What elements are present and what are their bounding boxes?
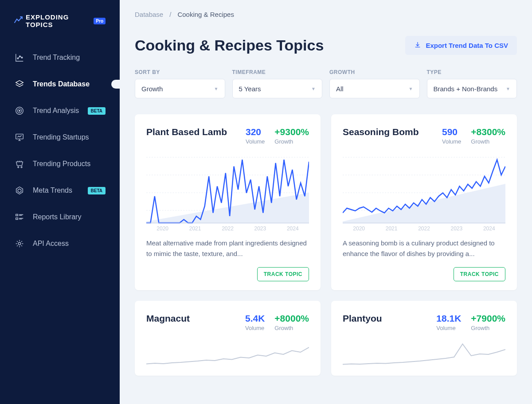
sidebar: EXPLODING TOPICS Pro Trend Tracking Tren… xyxy=(0,0,120,404)
breadcrumb-current: Cooking & Recipes xyxy=(177,11,234,18)
export-label: Export Trend Data To CSV xyxy=(426,42,508,49)
breadcrumb: Database / Cooking & Recipes xyxy=(135,11,517,18)
trend-chart: 20202021202220232024 xyxy=(146,153,309,233)
chart-x-axis: 20202021202220232024 xyxy=(343,225,505,232)
logo[interactable]: EXPLODING TOPICS Pro xyxy=(0,13,120,44)
logo-icon xyxy=(14,16,23,25)
growth-value: +7900% xyxy=(471,313,505,324)
list-icon xyxy=(14,212,25,222)
presentation-icon xyxy=(14,132,25,143)
sidebar-item-reports-library[interactable]: Reports Library xyxy=(0,204,120,230)
topic-card[interactable]: Plant Based Lamb 320Volume +9300%Growth … xyxy=(135,114,321,290)
svg-point-5 xyxy=(19,110,20,112)
filter-label-sortby: SORT BY xyxy=(135,69,225,75)
volume-value: 590 xyxy=(442,127,461,137)
sidebar-item-label: Trending Products xyxy=(33,159,106,169)
target-icon xyxy=(14,105,25,116)
chevron-down-icon: ▼ xyxy=(409,86,413,91)
sidebar-item-trending-startups[interactable]: Trending Startups xyxy=(0,124,120,151)
growth-label: Growth xyxy=(471,325,505,331)
api-icon xyxy=(14,238,25,249)
growth-label: Growth xyxy=(274,325,309,331)
timeframe-select[interactable]: 5 Years▼ xyxy=(232,79,323,98)
card-description: A seasoning bomb is a culinary product d… xyxy=(343,238,505,259)
track-topic-button[interactable]: TRACK TOPIC xyxy=(257,267,309,281)
trend-chart xyxy=(343,339,505,366)
svg-rect-10 xyxy=(16,218,18,220)
chevron-down-icon: ▼ xyxy=(214,86,219,91)
chevron-down-icon: ▼ xyxy=(506,86,510,91)
download-icon xyxy=(414,41,421,50)
trend-chart: 20202021202220232024 xyxy=(343,153,505,233)
sidebar-item-label: Trend Tracking xyxy=(33,53,106,62)
sidebar-item-trends-database[interactable]: Trends Database xyxy=(0,71,120,97)
sidebar-item-trend-analysis[interactable]: Trend Analysis BETA xyxy=(0,97,120,124)
growth-value: +8300% xyxy=(471,127,505,137)
topic-card[interactable]: Plantyou 18.1KVolume +7900%Growth xyxy=(331,301,517,376)
volume-label: Volume xyxy=(245,325,265,331)
growth-select[interactable]: All▼ xyxy=(329,79,420,98)
sortby-select[interactable]: Growth▼ xyxy=(135,79,225,98)
sidebar-item-trend-tracking[interactable]: Trend Tracking xyxy=(0,44,120,71)
chart-x-axis: 20202021202220232024 xyxy=(146,225,309,232)
topic-card[interactable]: Magnacut 5.4KVolume +8000%Growth xyxy=(135,301,321,376)
volume-label: Volume xyxy=(246,138,265,145)
trend-chart xyxy=(146,339,309,366)
filter-label-timeframe: TIMEFRAME xyxy=(232,69,323,75)
main-content: Database / Cooking & Recipes Cooking & R… xyxy=(120,0,532,404)
card-title: Magnacut xyxy=(146,313,190,324)
filters-row: SORT BY Growth▼ TIMEFRAME 5 Years▼ GROWT… xyxy=(135,69,517,98)
track-topic-button[interactable]: TRACK TOPIC xyxy=(454,267,505,281)
export-csv-button[interactable]: Export Trend Data To CSV xyxy=(405,36,517,55)
sidebar-item-trending-products[interactable]: Trending Products xyxy=(0,151,120,177)
volume-value: 18.1K xyxy=(436,313,461,324)
beta-badge: BETA xyxy=(88,107,106,115)
growth-label: Growth xyxy=(471,138,505,145)
svg-rect-9 xyxy=(16,214,18,216)
page-title: Cooking & Recipes Topics xyxy=(135,37,324,54)
growth-value: +9300% xyxy=(274,127,309,137)
layers-icon xyxy=(14,79,25,89)
topic-card[interactable]: Seasoning Bomb 590Volume +8300%Growth 20… xyxy=(331,114,517,290)
cart-icon xyxy=(14,159,25,169)
sidebar-item-label: API Access xyxy=(33,239,106,249)
growth-value: +8000% xyxy=(274,313,309,324)
breadcrumb-root[interactable]: Database xyxy=(135,11,163,18)
volume-label: Volume xyxy=(442,138,461,145)
filter-label-type: TYPE xyxy=(427,69,517,75)
card-description: Meat alternative made from plant ingredi… xyxy=(146,238,309,259)
svg-point-7 xyxy=(18,167,19,168)
logo-text: EXPLODING TOPICS xyxy=(26,13,91,28)
sidebar-item-api-access[interactable]: API Access xyxy=(0,230,120,257)
sidebar-item-label: Meta Trends xyxy=(33,186,80,195)
sidebar-item-label: Trend Analysis xyxy=(33,106,80,116)
chevron-down-icon: ▼ xyxy=(311,86,316,91)
svg-point-8 xyxy=(21,167,22,168)
volume-label: Volume xyxy=(436,325,461,331)
hexagon-icon xyxy=(14,185,25,196)
growth-label: Growth xyxy=(274,138,309,145)
card-title: Plantyou xyxy=(343,313,382,324)
logo-pro-badge: Pro xyxy=(94,18,106,24)
card-title: Seasoning Bomb xyxy=(343,127,419,137)
filter-label-growth: GROWTH xyxy=(329,69,420,75)
volume-value: 320 xyxy=(246,127,265,137)
sidebar-item-label: Reports Library xyxy=(33,213,106,222)
sidebar-item-label: Trends Database xyxy=(33,80,106,89)
volume-value: 5.4K xyxy=(245,313,265,324)
chart-tracking-icon xyxy=(14,52,25,63)
sidebar-item-meta-trends[interactable]: Meta Trends BETA xyxy=(0,177,120,204)
cards-grid: Plant Based Lamb 320Volume +9300%Growth … xyxy=(135,114,517,376)
beta-badge: BETA xyxy=(88,187,106,194)
svg-point-11 xyxy=(18,242,21,245)
card-title: Plant Based Lamb xyxy=(146,127,227,137)
sidebar-item-label: Trending Startups xyxy=(33,133,106,142)
breadcrumb-sep: / xyxy=(169,11,171,18)
type-select[interactable]: Brands + Non-Brands▼ xyxy=(427,79,517,98)
